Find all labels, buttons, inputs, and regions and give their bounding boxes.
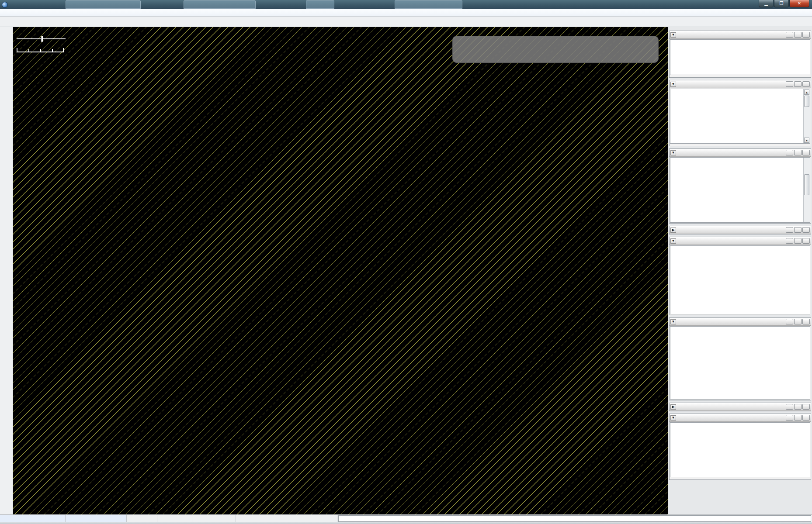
menu-bar [0, 9, 812, 17]
close-panel-button[interactable] [802, 32, 810, 38]
collapse-icon[interactable]: ▶ [670, 404, 676, 410]
close-panel-button[interactable] [802, 238, 810, 244]
hide-panel-button[interactable] [786, 227, 793, 233]
filter-panel: ▼ [669, 317, 811, 400]
authors-panel-titlebar: ▼ [670, 149, 811, 157]
detach-panel-button[interactable] [794, 81, 802, 87]
map-canvas[interactable] [13, 27, 668, 514]
hovered-object-readout [236, 515, 337, 522]
josm-window: ▁ ❐ ✕ ▼ [0, 0, 812, 524]
collapse-icon[interactable]: ▼ [670, 238, 676, 244]
longitude-readout [66, 515, 127, 522]
hide-panel-button[interactable] [786, 319, 793, 324]
layers-panel-titlebar: ▼ [670, 31, 811, 39]
edit-tool-sidebar [0, 27, 13, 514]
collapse-icon[interactable]: ▶ [670, 228, 676, 233]
properties-buttons [670, 144, 811, 146]
collapse-icon[interactable]: ▼ [670, 82, 676, 87]
hide-panel-button[interactable] [786, 150, 793, 155]
validation-results-list[interactable] [670, 245, 810, 314]
detach-panel-button[interactable] [794, 415, 802, 421]
properties-panel: ▼ ▲ ▼ [669, 80, 811, 146]
title-bar[interactable]: ▁ ❐ ✕ [0, 0, 812, 9]
main-toolbar [0, 17, 812, 27]
properties-scrollbar[interactable]: ▲ ▼ [803, 89, 810, 143]
elevation-panel: ▶ [669, 403, 811, 411]
layers-panel: ▼ [669, 31, 811, 78]
conflict-panel: ▶ [669, 226, 811, 234]
collapse-icon[interactable]: ▼ [670, 415, 676, 421]
angle-readout [157, 515, 192, 522]
wikipedia-buttons [670, 478, 811, 479]
filter-panel-titlebar: ▼ [670, 318, 811, 326]
distance-readout [192, 515, 236, 522]
minimize-button[interactable]: ▁ [759, 0, 774, 7]
window-controls: ▁ ❐ ✕ [758, 0, 809, 7]
close-panel-button[interactable] [802, 81, 810, 87]
heading-readout [127, 515, 157, 522]
close-panel-button[interactable] [802, 404, 810, 410]
close-panel-button[interactable] [802, 415, 810, 421]
osm-data-layer [13, 27, 668, 514]
background-tab-ghost [184, 0, 256, 9]
authors-scrollbar[interactable] [803, 158, 810, 222]
status-bar [0, 514, 812, 522]
detach-panel-button[interactable] [794, 319, 802, 324]
properties-panel-titlebar: ▼ [670, 80, 811, 88]
validation-panel-titlebar: ▼ [670, 237, 811, 245]
validation-panel: ▼ [669, 237, 811, 315]
elevation-panel-titlebar: ▶ [670, 403, 811, 411]
search-result-box[interactable] [338, 515, 811, 522]
zoom-slider-handle[interactable] [41, 36, 43, 42]
layers-list[interactable] [670, 39, 810, 75]
detach-panel-button[interactable] [794, 227, 802, 233]
background-tab-ghost [395, 0, 462, 9]
detach-panel-button[interactable] [794, 238, 802, 244]
detach-panel-button[interactable] [794, 32, 802, 38]
detach-panel-button[interactable] [794, 404, 802, 410]
close-panel-button[interactable] [802, 150, 810, 155]
layers-toolbar [670, 76, 811, 77]
collapse-icon[interactable]: ▼ [670, 319, 676, 324]
hide-panel-button[interactable] [786, 404, 793, 410]
filter-table-wrap [670, 326, 810, 400]
background-tab-ghost [66, 0, 141, 9]
collapse-icon[interactable]: ▼ [670, 32, 676, 38]
map-scale-bar [17, 48, 64, 52]
detach-panel-button[interactable] [794, 150, 802, 155]
window-bottom-border [0, 522, 812, 524]
collapse-icon[interactable]: ▼ [670, 150, 676, 155]
wikipedia-article-list[interactable] [670, 422, 810, 477]
background-tab-ghost [306, 0, 334, 9]
hide-panel-button[interactable] [786, 32, 793, 38]
filter-active-notification [452, 36, 659, 63]
hide-panel-button[interactable] [786, 415, 793, 421]
conflict-panel-titlebar: ▶ [670, 226, 811, 234]
hide-panel-button[interactable] [786, 238, 793, 244]
properties-table-wrap: ▲ ▼ [670, 89, 810, 144]
maximize-button[interactable]: ❐ [774, 0, 789, 7]
hide-panel-button[interactable] [786, 81, 793, 87]
close-button[interactable]: ✕ [789, 0, 809, 7]
wikipedia-panel: ▼ [669, 414, 811, 480]
zoom-slider[interactable] [17, 38, 66, 39]
authors-table-wrap [670, 157, 810, 223]
dialog-dock: ▼ ▼ ▲ [668, 27, 812, 514]
latitude-readout [0, 515, 66, 522]
app-icon [2, 2, 8, 8]
close-panel-button[interactable] [802, 227, 810, 233]
authors-panel: ▼ [669, 148, 811, 224]
close-panel-button[interactable] [802, 319, 810, 324]
wikipedia-panel-titlebar: ▼ [670, 414, 811, 422]
